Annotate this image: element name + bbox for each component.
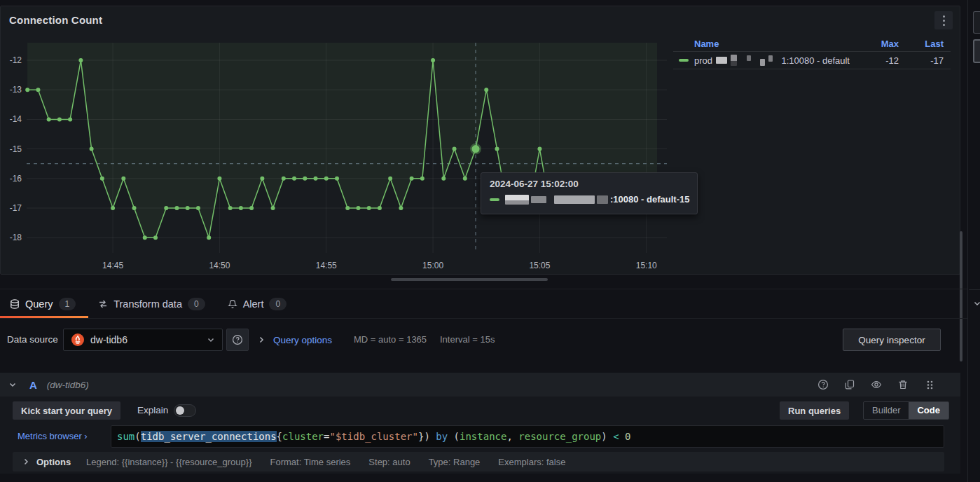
code-token: "$tidb_cluster" xyxy=(330,431,418,442)
code-mode-option[interactable]: Code xyxy=(909,402,948,419)
trash-icon xyxy=(897,379,909,390)
x-tick-label: 14:45 xyxy=(102,261,123,270)
tab-label: Alert xyxy=(243,298,264,310)
grafana-panel-editor: Connection Count -12-13-14-15-16-17-1814… xyxy=(0,0,980,482)
drag-dots-icon xyxy=(925,380,935,390)
toggle-visibility-button[interactable] xyxy=(868,376,885,393)
query-actions xyxy=(815,376,938,393)
option-format: Format: Time series xyxy=(270,457,350,467)
max-datapoints-text: MD = auto = 1365 xyxy=(354,328,427,352)
code-token: instance xyxy=(460,431,506,442)
code-token: ( xyxy=(134,431,140,442)
query-inspector-button[interactable]: Query inspector xyxy=(843,329,941,351)
divider xyxy=(969,289,980,290)
redacted-block xyxy=(768,55,773,62)
right-pane-button-active[interactable] xyxy=(973,39,980,63)
redacted-block xyxy=(760,59,766,66)
right-pane-sliver xyxy=(968,0,980,482)
query-help-button[interactable] xyxy=(815,376,831,393)
y-tick-label: -14 xyxy=(10,114,22,124)
datasource-row: Data source dw-tidb6 xyxy=(0,328,967,352)
chevron-right-icon xyxy=(258,336,265,343)
legend-header-max[interactable]: Max xyxy=(850,39,899,49)
panel-menu-button[interactable] xyxy=(934,11,953,29)
code-token: < xyxy=(613,431,619,442)
query-row-header[interactable]: A (dw-tidb6) xyxy=(0,373,960,397)
code-token xyxy=(607,431,613,442)
code-token xyxy=(513,431,518,442)
code-token: by xyxy=(436,431,448,442)
drag-handle[interactable] xyxy=(921,376,938,393)
explain-toggle[interactable] xyxy=(174,404,196,417)
panel-connection-count: Connection Count -12-13-14-15-16-17-1814… xyxy=(0,6,960,275)
datasource-select[interactable]: dw-tidb6 xyxy=(63,329,223,351)
chevron-down-icon xyxy=(207,336,215,344)
delete-query-button[interactable] xyxy=(895,376,911,393)
y-tick-label: -15 xyxy=(10,144,22,154)
timeseries-svg[interactable]: -12-13-14-15-16-17-1814:4514:5014:5515:0… xyxy=(1,37,673,281)
tab-query[interactable]: Query 1 xyxy=(0,289,88,318)
bell-icon xyxy=(228,299,237,309)
datasource-label: Data source xyxy=(7,328,58,352)
panel-title: Connection Count xyxy=(9,14,102,26)
prometheus-icon xyxy=(71,333,85,347)
duplicate-query-button[interactable] xyxy=(841,376,858,393)
x-tick-label: 15:00 xyxy=(422,261,443,270)
tab-alert[interactable]: Alert 0 xyxy=(218,289,300,318)
builder-mode-option[interactable]: Builder xyxy=(864,402,909,419)
help-icon xyxy=(817,379,829,390)
y-tick-label: -16 xyxy=(10,174,22,184)
query-ref-id[interactable]: A xyxy=(29,379,37,391)
collapse-chevron-icon[interactable] xyxy=(8,380,17,389)
option-step: Step: auto xyxy=(368,457,410,467)
query-datasource-hint: (dw-tidb6) xyxy=(47,380,89,390)
editor-tabs: Query 1 Transform data 0 Alert 0 xyxy=(0,289,967,319)
explain-label: Explain xyxy=(137,401,168,420)
legend-name-prefix: prod xyxy=(694,55,712,66)
code-token: } xyxy=(418,431,424,442)
datasource-value: dw-tidb6 xyxy=(90,334,207,345)
code-token: sum xyxy=(117,431,134,442)
legend-max-value: -12 xyxy=(850,55,899,66)
right-pane-button[interactable] xyxy=(973,11,980,34)
code-token: resource_group xyxy=(518,431,601,442)
run-queries-button[interactable]: Run queries xyxy=(780,401,849,420)
legend-row: prod 1:10080 - default -12 -17 xyxy=(673,52,951,69)
metrics-browser-link[interactable]: Metrics browser › xyxy=(18,425,88,448)
code-token: , xyxy=(506,431,512,442)
datasource-help-button[interactable] xyxy=(226,329,249,351)
query-editor-body: Kick start your query Explain Run querie… xyxy=(0,397,960,474)
option-legend: Legend: {{instance}} - {{resource_group}… xyxy=(86,457,251,467)
tab-badge: 0 xyxy=(269,298,287,310)
code-token: { xyxy=(277,431,282,442)
interval-text: Interval = 15s xyxy=(440,328,495,352)
option-type: Type: Range xyxy=(429,457,481,467)
legend-header-name[interactable]: Name xyxy=(694,39,850,49)
code-token: ) xyxy=(601,431,607,442)
code-token xyxy=(448,431,453,442)
database-icon xyxy=(10,299,20,309)
code-token: = xyxy=(324,431,329,442)
tab-badge: 1 xyxy=(59,298,76,310)
editor-mode-group: Builder Code xyxy=(863,401,949,420)
code-token: 0 xyxy=(625,431,630,442)
help-icon xyxy=(232,334,243,345)
code-token: tidb_server_connections xyxy=(141,431,277,442)
legend-last-value: -17 xyxy=(899,55,944,66)
chevron-down-icon[interactable] xyxy=(974,300,980,307)
transform-icon xyxy=(98,299,108,309)
tab-label: Query xyxy=(25,298,53,310)
copy-icon xyxy=(844,379,855,390)
code-token: ( xyxy=(454,431,460,442)
query-options-toggle[interactable]: Query options xyxy=(258,328,332,352)
legend-header-last[interactable]: Last xyxy=(899,39,944,49)
kick-start-button[interactable]: Kick start your query xyxy=(13,401,120,420)
legend-series-name[interactable]: prod 1:10080 - default xyxy=(694,55,850,66)
query-code-input[interactable]: sum(tidb_server_connections{cluster="$ti… xyxy=(111,425,944,448)
y-tick-label: -17 xyxy=(10,203,22,213)
toggle-knob xyxy=(176,406,184,415)
tab-transform-data[interactable]: Transform data 0 xyxy=(88,289,217,318)
query-options-label: Query options xyxy=(273,335,332,345)
horizontal-scrollbar[interactable] xyxy=(391,278,548,281)
options-toggle-row[interactable]: Options Legend: {{instance}} - {{resourc… xyxy=(13,452,944,471)
